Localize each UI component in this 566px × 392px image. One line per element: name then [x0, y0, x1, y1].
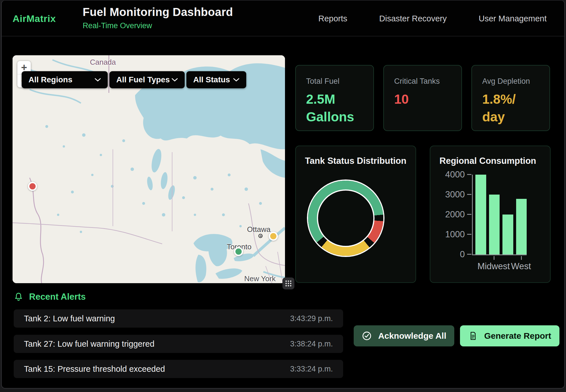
bar	[516, 199, 527, 254]
alert-time: 3:43:29 p.m.	[290, 314, 333, 323]
alert-message: Tank 15: Pressure threshold exceeded	[24, 364, 165, 374]
acknowledge-all-button[interactable]: Acknowledge All	[354, 325, 454, 346]
alert-row[interactable]: Tank 15: Pressure threshold exceeded 3:3…	[14, 360, 343, 378]
fuel-type-filter-value: All Fuel Types	[116, 75, 170, 84]
main-nav: Reports Disaster Recovery User Managemen…	[318, 1, 547, 36]
stat-label: Avg Depletion	[482, 77, 539, 86]
app-frame: AirMatrix Fuel Monitoring Dashboard Real…	[1, 0, 565, 389]
acknowledge-all-label: Acknowledge All	[378, 331, 446, 341]
bar-plot: 01000200030004000	[472, 175, 527, 255]
generate-report-label: Generate Report	[484, 331, 551, 341]
bell-icon	[14, 292, 23, 302]
nav-disaster-recovery[interactable]: Disaster Recovery	[379, 14, 447, 23]
tank-status-panel: Tank Status Distribution	[295, 146, 416, 283]
region-filter-value: All Regions	[28, 75, 72, 84]
document-icon	[468, 331, 478, 341]
bar-x-label: West	[511, 261, 531, 271]
tank-marker-operational[interactable]	[234, 247, 243, 256]
map-filter-row: All Regions All Fuel Types All Status	[22, 71, 246, 88]
check-circle-icon	[362, 331, 372, 341]
page-subtitle: Real-Time Overview	[83, 21, 233, 30]
marker-layer	[13, 55, 285, 283]
alert-row[interactable]: Tank 27: Low fuel warning triggered 3:38…	[14, 335, 343, 353]
app-logo[interactable]: AirMatrix	[13, 13, 56, 24]
chevron-down-icon	[172, 78, 178, 82]
fuel-type-filter-dropdown[interactable]: All Fuel Types	[109, 71, 185, 88]
title-block: Fuel Monitoring Dashboard Real-Time Over…	[83, 6, 233, 30]
stat-card-total-fuel: Total Fuel 2.5MGallons	[295, 65, 374, 131]
alert-message: Tank 27: Low fuel warning triggered	[24, 339, 154, 349]
nav-reports[interactable]: Reports	[318, 14, 347, 23]
bar-xlabels: MidwestWest	[472, 256, 527, 274]
bar	[489, 195, 500, 254]
donut	[308, 181, 383, 256]
tank-marker-critical[interactable]	[28, 182, 37, 191]
alert-time: 3:38:24 p.m.	[290, 340, 333, 348]
stat-value: 1.8%/day	[482, 90, 539, 126]
nav-user-management[interactable]: User Management	[479, 14, 547, 23]
bar	[475, 175, 486, 254]
header: AirMatrix Fuel Monitoring Dashboard Real…	[2, 1, 564, 36]
tank-marker-warning[interactable]	[269, 232, 278, 241]
page-title: Fuel Monitoring Dashboard	[83, 6, 233, 19]
stat-label: Total Fuel	[306, 77, 363, 86]
alert-message: Tank 2: Low fuel warning	[24, 314, 115, 323]
regional-consumption-title: Regional Consumption	[439, 156, 536, 166]
alert-time: 3:33:24 p.m.	[290, 365, 333, 373]
alert-row[interactable]: Tank 2: Low fuel warning 3:43:29 p.m.	[14, 309, 343, 328]
map-canvas[interactable]: Canada Ottawa Toronto New York + − All R…	[13, 55, 285, 283]
bar	[502, 215, 513, 254]
map-resize-handle-icon[interactable]	[282, 277, 294, 289]
alerts-header: Recent Alerts	[14, 292, 86, 302]
generate-report-button[interactable]: Generate Report	[460, 325, 559, 346]
regional-consumption-panel: Regional Consumption 01000200030004000 M…	[430, 146, 551, 283]
stat-label: Critical Tanks	[394, 77, 451, 86]
chevron-down-icon	[95, 78, 101, 82]
status-filter-value: All Status	[193, 75, 230, 84]
stat-card-critical-tanks: Critical Tanks 10	[383, 65, 462, 131]
stat-card-avg-depletion: Avg Depletion 1.8%/day	[471, 65, 550, 131]
stat-value: 10	[394, 90, 451, 108]
status-filter-dropdown[interactable]: All Status	[186, 71, 246, 88]
stat-value: 2.5MGallons	[306, 90, 363, 126]
tank-status-title: Tank Status Distribution	[305, 156, 406, 166]
chevron-down-icon	[233, 78, 239, 82]
region-filter-dropdown[interactable]: All Regions	[22, 71, 108, 88]
alerts-title: Recent Alerts	[29, 292, 86, 302]
